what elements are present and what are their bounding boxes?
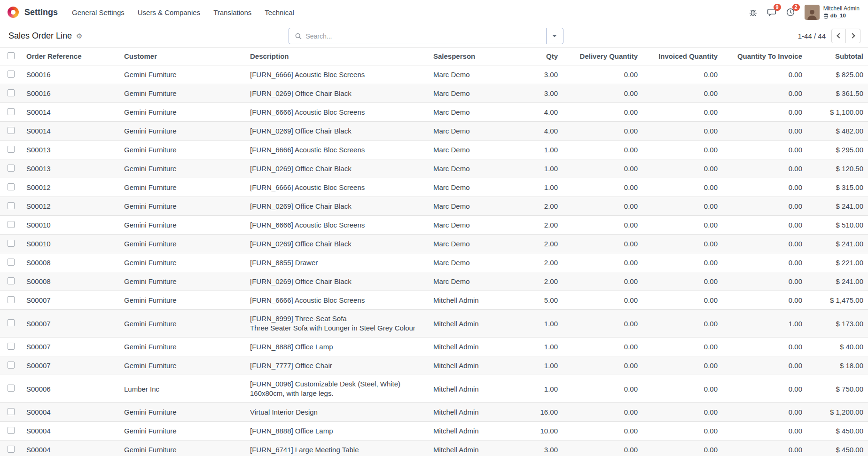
cell-qty-to-invoice[interactable]: 0.00 [722, 272, 807, 291]
column-header-description[interactable]: Description [245, 47, 429, 65]
cell-salesperson[interactable]: Marc Demo [429, 122, 513, 141]
row-checkbox[interactable] [8, 362, 15, 369]
cell-customer[interactable]: Gemini Furniture [119, 103, 245, 122]
odoo-apps-logo-icon[interactable] [8, 7, 19, 18]
cell-salesperson[interactable]: Marc Demo [429, 103, 513, 122]
cell-order-reference[interactable]: S00016 [22, 84, 119, 103]
cell-description[interactable]: [FURN_6666] Acoustic Bloc Screens [245, 65, 429, 84]
column-header-customer[interactable]: Customer [119, 47, 245, 65]
cell-qty-to-invoice[interactable]: 0.00 [722, 422, 807, 440]
cell-qty-to-invoice[interactable]: 0.00 [722, 197, 807, 216]
cell-order-reference[interactable]: S00014 [22, 103, 119, 122]
cell-qty[interactable]: 1.00 [513, 375, 563, 403]
cell-qty[interactable]: 2.00 [513, 253, 563, 272]
cell-subtotal[interactable]: $ 1,200.00 [807, 403, 868, 422]
cell-customer[interactable]: Gemini Furniture [119, 235, 245, 253]
table-row[interactable]: S00013Gemini Furniture[FURN_0269] Office… [0, 159, 868, 178]
cell-description[interactable]: [FURN_0269] Office Chair Black [245, 122, 429, 141]
cell-description[interactable]: [FURN_0269] Office Chair Black [245, 197, 429, 216]
cell-delivery-qty[interactable]: 0.00 [563, 422, 642, 440]
user-menu[interactable]: Mitchell Admin db_10 [805, 5, 860, 20]
cell-delivery-qty[interactable]: 0.00 [563, 197, 642, 216]
cell-salesperson[interactable]: Mitchell Admin [429, 338, 513, 356]
cell-subtotal[interactable]: $ 750.00 [807, 375, 868, 403]
cell-salesperson[interactable]: Marc Demo [429, 216, 513, 235]
cell-salesperson[interactable]: Marc Demo [429, 197, 513, 216]
cell-customer[interactable]: Gemini Furniture [119, 422, 245, 440]
cell-order-reference[interactable]: S00007 [22, 338, 119, 356]
select-all-checkbox[interactable] [8, 52, 15, 59]
cell-qty[interactable]: 1.00 [513, 310, 563, 338]
cell-salesperson[interactable]: Marc Demo [429, 141, 513, 159]
search-dropdown-toggle[interactable] [546, 28, 563, 44]
cell-customer[interactable]: Lumber Inc [119, 375, 245, 403]
cell-qty[interactable]: 1.00 [513, 356, 563, 375]
cell-delivery-qty[interactable]: 0.00 [563, 440, 642, 456]
table-row[interactable]: S00004Gemini FurnitureVirtual Interior D… [0, 403, 868, 422]
cell-description[interactable]: [FURN_0269] Office Chair Black [245, 84, 429, 103]
cell-customer[interactable]: Gemini Furniture [119, 272, 245, 291]
cell-order-reference[interactable]: S00012 [22, 178, 119, 197]
table-row[interactable]: S00007Gemini Furniture[FURN_6666] Acoust… [0, 291, 868, 310]
cell-subtotal[interactable]: $ 315.00 [807, 178, 868, 197]
cell-customer[interactable]: Gemini Furniture [119, 356, 245, 375]
cell-description[interactable]: [FURN_6666] Acoustic Bloc Screens [245, 141, 429, 159]
table-row[interactable]: S00008Gemini Furniture[FURN_0269] Office… [0, 272, 868, 291]
cell-invoiced-qty[interactable]: 0.00 [642, 253, 722, 272]
cell-salesperson[interactable]: Mitchell Admin [429, 291, 513, 310]
menu-technical[interactable]: Technical [265, 8, 294, 16]
cell-delivery-qty[interactable]: 0.00 [563, 235, 642, 253]
cell-invoiced-qty[interactable]: 0.00 [642, 272, 722, 291]
pager-next-button[interactable] [846, 29, 860, 43]
column-header-order-reference[interactable]: Order Reference [22, 47, 119, 65]
cell-description[interactable]: [FURN_0269] Office Chair Black [245, 272, 429, 291]
cell-qty-to-invoice[interactable]: 0.00 [722, 159, 807, 178]
cell-salesperson[interactable]: Marc Demo [429, 178, 513, 197]
pager-range[interactable]: 1-44 / 44 [798, 32, 826, 40]
cell-subtotal[interactable]: $ 40.00 [807, 338, 868, 356]
cell-description[interactable]: [FURN_6666] Acoustic Bloc Screens [245, 103, 429, 122]
cell-customer[interactable]: Gemini Furniture [119, 84, 245, 103]
cell-order-reference[interactable]: S00007 [22, 291, 119, 310]
cell-invoiced-qty[interactable]: 0.00 [642, 65, 722, 84]
cell-subtotal[interactable]: $ 510.00 [807, 216, 868, 235]
search-input[interactable] [305, 28, 546, 44]
cell-order-reference[interactable]: S00013 [22, 159, 119, 178]
cell-qty[interactable]: 2.00 [513, 197, 563, 216]
cell-qty[interactable]: 1.00 [513, 141, 563, 159]
cell-qty-to-invoice[interactable]: 0.00 [722, 65, 807, 84]
cell-delivery-qty[interactable]: 0.00 [563, 291, 642, 310]
cell-customer[interactable]: Gemini Furniture [119, 122, 245, 141]
column-header-salesperson[interactable]: Salesperson [429, 47, 513, 65]
cell-description[interactable]: [FURN_8888] Office Lamp [245, 422, 429, 440]
cell-customer[interactable]: Gemini Furniture [119, 216, 245, 235]
cell-invoiced-qty[interactable]: 0.00 [642, 403, 722, 422]
pager-previous-button[interactable] [831, 29, 846, 43]
cell-salesperson[interactable]: Mitchell Admin [429, 440, 513, 456]
menu-general-settings[interactable]: General Settings [72, 8, 125, 16]
cell-invoiced-qty[interactable]: 0.00 [642, 141, 722, 159]
cell-delivery-qty[interactable]: 0.00 [563, 375, 642, 403]
cell-invoiced-qty[interactable]: 0.00 [642, 310, 722, 338]
row-checkbox[interactable] [8, 319, 15, 326]
cell-subtotal[interactable]: $ 120.50 [807, 159, 868, 178]
debug-bug-icon[interactable] [749, 8, 758, 17]
row-checkbox[interactable] [8, 127, 15, 134]
cell-qty[interactable]: 5.00 [513, 291, 563, 310]
column-header-invoiced-quantity[interactable]: Invoiced Quantity [642, 47, 722, 65]
menu-translations[interactable]: Translations [213, 8, 251, 16]
cell-subtotal[interactable]: $ 1,100.00 [807, 103, 868, 122]
row-checkbox[interactable] [8, 408, 15, 415]
cell-customer[interactable]: Gemini Furniture [119, 253, 245, 272]
cell-description[interactable]: [FURN_8855] Drawer [245, 253, 429, 272]
cell-description[interactable]: [FURN_8999] Three-Seat SofaThree Seater … [245, 310, 429, 338]
cell-subtotal[interactable]: $ 295.00 [807, 141, 868, 159]
cell-customer[interactable]: Gemini Furniture [119, 310, 245, 338]
cell-customer[interactable]: Gemini Furniture [119, 65, 245, 84]
messages-icon[interactable]: 9 [767, 8, 776, 17]
table-row[interactable]: S00004Gemini Furniture[FURN_6741] Large … [0, 440, 868, 456]
cell-salesperson[interactable]: Marc Demo [429, 65, 513, 84]
cell-delivery-qty[interactable]: 0.00 [563, 65, 642, 84]
cell-order-reference[interactable]: S00013 [22, 141, 119, 159]
cell-delivery-qty[interactable]: 0.00 [563, 403, 642, 422]
